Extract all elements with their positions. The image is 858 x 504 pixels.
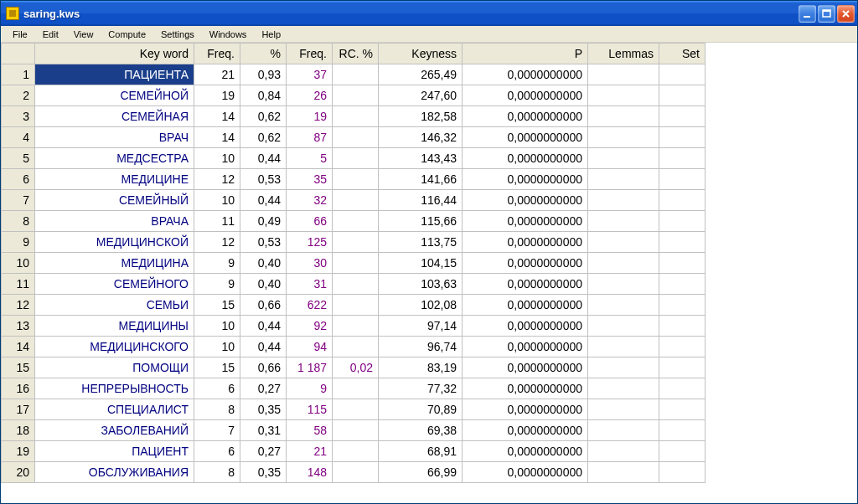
close-button[interactable]	[837, 5, 855, 23]
menu-windows[interactable]: Windows	[203, 28, 254, 41]
cell-rcpct[interactable]	[333, 64, 379, 85]
cell-keyness[interactable]: 141,66	[379, 169, 463, 190]
cell-p[interactable]: 0,0000000000	[463, 190, 588, 211]
cell-freq[interactable]: 10	[194, 148, 240, 169]
cell-keyword[interactable]: ВРАЧА	[35, 211, 194, 232]
cell-p[interactable]: 0,0000000000	[463, 399, 588, 420]
table-row[interactable]: 7СЕМЕЙНЫЙ100,4432116,440,0000000000	[2, 190, 706, 211]
cell-freq[interactable]: 15	[194, 295, 240, 316]
maximize-button[interactable]	[818, 5, 835, 23]
cell-keyness[interactable]: 102,08	[379, 295, 463, 316]
cell-freq[interactable]: 21	[194, 64, 240, 85]
cell-keyword[interactable]: ПОМОЩИ	[35, 357, 194, 378]
cell-p[interactable]: 0,0000000000	[463, 295, 588, 316]
row-number[interactable]: 2	[2, 85, 35, 106]
col-header-keyness[interactable]: Keyness	[379, 44, 463, 64]
cell-pct[interactable]: 0,44	[240, 148, 287, 169]
cell-pct[interactable]: 0,53	[240, 169, 287, 190]
cell-rcpct[interactable]	[333, 85, 379, 106]
table-row[interactable]: 17СПЕЦИАЛИСТ80,3511570,890,0000000000	[2, 399, 706, 420]
cell-freq2[interactable]: 21	[287, 441, 333, 462]
cell-pct[interactable]: 0,35	[240, 399, 287, 420]
cell-lemmas[interactable]	[588, 441, 659, 462]
cell-freq[interactable]: 11	[194, 211, 240, 232]
cell-rcpct[interactable]	[333, 274, 379, 295]
cell-pct[interactable]: 0,66	[240, 295, 287, 316]
cell-freq2[interactable]: 31	[287, 274, 333, 295]
row-number[interactable]: 19	[2, 441, 35, 462]
cell-p[interactable]: 0,0000000000	[463, 232, 588, 253]
cell-lemmas[interactable]	[588, 232, 659, 253]
cell-freq[interactable]: 6	[194, 378, 240, 399]
cell-lemmas[interactable]	[588, 462, 659, 483]
cell-freq2[interactable]: 26	[287, 85, 333, 106]
cell-keyness[interactable]: 143,43	[379, 148, 463, 169]
cell-keyness[interactable]: 115,66	[379, 211, 463, 232]
cell-lemmas[interactable]	[588, 211, 659, 232]
cell-freq2[interactable]: 5	[287, 148, 333, 169]
table-row[interactable]: 19ПАЦИЕНТ60,272168,910,0000000000	[2, 441, 706, 462]
cell-lemmas[interactable]	[588, 85, 659, 106]
cell-keyness[interactable]: 66,99	[379, 462, 463, 483]
cell-freq2[interactable]: 94	[287, 337, 333, 357]
table-row[interactable]: 9МЕДИЦИНСКОЙ120,53125113,750,0000000000	[2, 232, 706, 253]
cell-keyness[interactable]: 83,19	[379, 357, 463, 378]
table-row[interactable]: 6МЕДИЦИНЕ120,5335141,660,0000000000	[2, 169, 706, 190]
cell-freq[interactable]: 9	[194, 274, 240, 295]
cell-rcpct[interactable]	[333, 211, 379, 232]
menu-file[interactable]: File	[6, 28, 34, 41]
cell-rcpct[interactable]	[333, 148, 379, 169]
cell-rcpct[interactable]: 0,02	[333, 357, 379, 378]
cell-lemmas[interactable]	[588, 190, 659, 211]
cell-set[interactable]	[659, 211, 706, 232]
col-header-freq[interactable]: Freq.	[194, 44, 240, 64]
menu-settings[interactable]: Settings	[154, 28, 201, 41]
cell-pct[interactable]: 0,40	[240, 253, 287, 274]
cell-keyword[interactable]: СЕМЕЙНЫЙ	[35, 190, 194, 211]
row-number[interactable]: 8	[2, 211, 35, 232]
cell-keyness[interactable]: 247,60	[379, 85, 463, 106]
cell-lemmas[interactable]	[588, 106, 659, 127]
grid-area[interactable]: Key wordFreq.%Freq.RC. %KeynessPLemmasSe…	[1, 43, 857, 503]
menu-compute[interactable]: Compute	[101, 28, 152, 41]
table-row[interactable]: 3СЕМЕЙНАЯ140,6219182,580,0000000000	[2, 106, 706, 127]
cell-freq[interactable]: 6	[194, 441, 240, 462]
row-number[interactable]: 13	[2, 316, 35, 337]
cell-freq2[interactable]: 32	[287, 190, 333, 211]
cell-lemmas[interactable]	[588, 399, 659, 420]
cell-pct[interactable]: 0,53	[240, 232, 287, 253]
cell-freq2[interactable]: 125	[287, 232, 333, 253]
cell-set[interactable]	[659, 169, 706, 190]
cell-set[interactable]	[659, 441, 706, 462]
col-header-rcpct[interactable]: RC. %	[333, 44, 379, 64]
cell-p[interactable]: 0,0000000000	[463, 274, 588, 295]
data-grid[interactable]: Key wordFreq.%Freq.RC. %KeynessPLemmasSe…	[1, 43, 706, 483]
cell-p[interactable]: 0,0000000000	[463, 85, 588, 106]
cell-freq[interactable]: 10	[194, 190, 240, 211]
cell-freq2[interactable]: 37	[287, 64, 333, 85]
cell-freq2[interactable]: 9	[287, 378, 333, 399]
table-row[interactable]: 8ВРАЧА110,4966115,660,0000000000	[2, 211, 706, 232]
cell-p[interactable]: 0,0000000000	[463, 106, 588, 127]
cell-rcpct[interactable]	[333, 253, 379, 274]
cell-p[interactable]: 0,0000000000	[463, 420, 588, 441]
cell-rcpct[interactable]	[333, 106, 379, 127]
col-header-freq2[interactable]: Freq.	[287, 44, 333, 64]
menu-view[interactable]: View	[67, 28, 101, 41]
cell-rcpct[interactable]	[333, 337, 379, 357]
cell-set[interactable]	[659, 378, 706, 399]
cell-freq2[interactable]: 35	[287, 169, 333, 190]
cell-keyness[interactable]: 116,44	[379, 190, 463, 211]
cell-p[interactable]: 0,0000000000	[463, 337, 588, 357]
cell-pct[interactable]: 0,27	[240, 378, 287, 399]
cell-pct[interactable]: 0,49	[240, 211, 287, 232]
table-row[interactable]: 12СЕМЬИ150,66622102,080,0000000000	[2, 295, 706, 316]
cell-freq2[interactable]: 87	[287, 127, 333, 148]
cell-rcpct[interactable]	[333, 316, 379, 337]
cell-rcpct[interactable]	[333, 169, 379, 190]
cell-set[interactable]	[659, 316, 706, 337]
cell-pct[interactable]: 0,31	[240, 420, 287, 441]
cell-rcpct[interactable]	[333, 295, 379, 316]
cell-set[interactable]	[659, 420, 706, 441]
cell-keyword[interactable]: МЕДИЦИНЫ	[35, 316, 194, 337]
